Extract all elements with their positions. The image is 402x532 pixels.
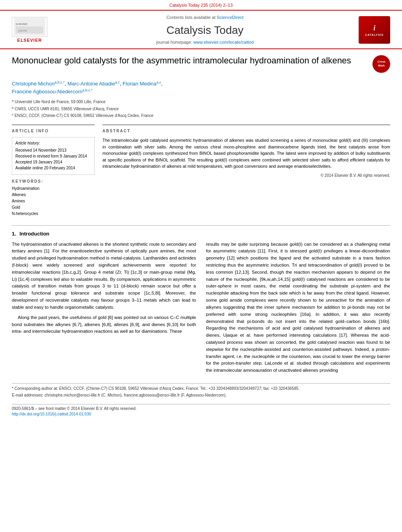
introduction-right: results may be quite surprising because … (206, 241, 391, 377)
article-info-column: ARTICLE INFO Article history: Received 1… (12, 124, 95, 217)
keywords-section: Keywords: Hydroamination Alkenes Amines … (12, 179, 95, 217)
article-info-box: Article history: Received 14 November 20… (12, 137, 95, 175)
icatalysis-logo: i CATALYSIS (359, 16, 390, 44)
abstract-header: ABSTRACT (102, 128, 390, 134)
svg-text:Cross: Cross (378, 60, 385, 63)
received-date: Received 14 November 2013 (15, 148, 91, 153)
doi-link-line: http://dx.doi.org/10.1016/j.cattod.2014.… (12, 412, 390, 417)
svg-text:journal: journal (18, 29, 27, 32)
article-title: Mononuclear gold catalysts for the asymm… (12, 55, 372, 67)
abstract-text: The intramolecular gold catalysed asymme… (102, 137, 390, 170)
footnote-2: E-mail addresses: christophe.michon@ensc… (12, 393, 390, 398)
copyright-line: © 2014 Elsevier B.V. All rights reserved… (102, 173, 390, 178)
footnotes-section: * Corresponding author at: ENSCI, CCCF, … (12, 383, 390, 398)
author-agbossou: Francine Agbossou-Niedercorn (12, 89, 82, 95)
author-agbossou-sup: a,b,c,* (82, 88, 93, 92)
article-info-header: ARTICLE INFO (12, 128, 95, 134)
introduction-left: The hydroamination of unactivated alkene… (12, 241, 196, 377)
keyword-1: Hydroamination (12, 186, 95, 191)
author-abadie-sup: a,c (115, 80, 120, 84)
info-abstract-columns: ARTICLE INFO Article history: Received 1… (12, 124, 390, 217)
icatalysis-text: CATALYSIS (365, 33, 384, 37)
introduction-title: 1. Introduction (12, 230, 390, 237)
introduction-number: 1. (12, 231, 16, 237)
keyword-5: N-heterocycles (12, 211, 95, 217)
author-michon-sup: a,b,c,* (54, 80, 65, 84)
author-medina-sup: a,c (156, 80, 161, 84)
affiliation-a: a Université Lille Nord de France, 59 00… (12, 98, 390, 105)
journal-center-header: Contents lists available at ScienceDirec… (51, 15, 359, 45)
svg-text:ELSEVIER: ELSEVIER (16, 23, 28, 25)
bottom-bar: 0920-5861/$ – see front matter © 2014 El… (12, 404, 390, 417)
intro-right-para-1: results may be quite surprising because … (206, 241, 391, 374)
article-history-label: Article history: (15, 141, 91, 146)
elsevier-logo: ELSEVIER journal ELSEVIER (8, 17, 51, 43)
homepage-link[interactable]: www.elsevier.com/locate/cattod (194, 40, 254, 44)
accepted-date: Accepted 19 January 2014 (15, 159, 91, 165)
license-text: 0920-5861/$ – see front matter © 2014 El… (12, 406, 390, 412)
footnote-1: * Corresponding author at: ENSCI, CCCF, … (12, 386, 390, 391)
citation-text: Catalysis Today 235 (2014) 2–13 (169, 2, 233, 8)
keyword-2: Alkenes (12, 192, 95, 198)
keywords-header: Keywords: (12, 179, 95, 184)
author-michon: Christophe Michon (12, 81, 54, 87)
contents-available-line: Contents lists available at ScienceDirec… (59, 15, 351, 20)
introduction-columns: The hydroamination of unactivated alkene… (12, 241, 390, 377)
svg-text:Mark: Mark (378, 64, 384, 67)
journal-header: ELSEVIER journal ELSEVIER Contents lists… (0, 11, 402, 49)
affiliation-b: b CNRS, UCCS UMR 8181, 59655 Villeneuve … (12, 106, 390, 112)
elsevier-logo-image: ELSEVIER journal (12, 17, 47, 37)
abstract-column: ABSTRACT The intramolecular gold catalys… (102, 124, 390, 217)
article-title-section: Mononuclear gold catalysts for the asymm… (12, 55, 390, 76)
journal-title: Catalysis Today (59, 22, 351, 38)
affiliations-section: a Université Lille Nord de France, 59 00… (12, 98, 390, 119)
introduction-section: 1. Introduction The hydroamination of un… (12, 225, 390, 377)
received-revised-date: Received in revised form 9 January 2014 (15, 154, 91, 159)
intro-para-2: Along the past years, the usefulness of … (12, 314, 196, 335)
elsevier-brand-text: ELSEVIER (17, 37, 42, 43)
main-content: Mononuclear gold catalysts for the asymm… (0, 49, 402, 425)
citation-bar: Catalysis Today 235 (2014) 2–13 (0, 0, 402, 11)
available-online-date: Available online 20 February 2014 (15, 165, 91, 171)
icatalysis-i: i (373, 23, 375, 33)
author-abadie: Marc-Antoine Abadie (67, 81, 115, 87)
homepage-line: journal homepage: www.elsevier.com/locat… (59, 39, 351, 45)
author-medina: Florian Medina (123, 81, 156, 87)
keyword-4: Gold (12, 205, 95, 210)
affiliation-c: c ENSCI, CCCF, (Chimie-C7) CS 90108, 596… (12, 112, 390, 119)
keyword-3: Amines (12, 198, 95, 204)
intro-para-1: The hydroamination of unactivated alkene… (12, 241, 196, 311)
sciencedirect-link[interactable]: ScienceDirect (217, 15, 244, 20)
doi-link[interactable]: http://dx.doi.org/10.1016/j.cattod.2014.… (12, 412, 91, 416)
crossmark-badge[interactable]: Cross Mark (372, 55, 390, 73)
authors-section: Christophe Michona,b,c,*, Marc-Antoine A… (12, 80, 390, 95)
